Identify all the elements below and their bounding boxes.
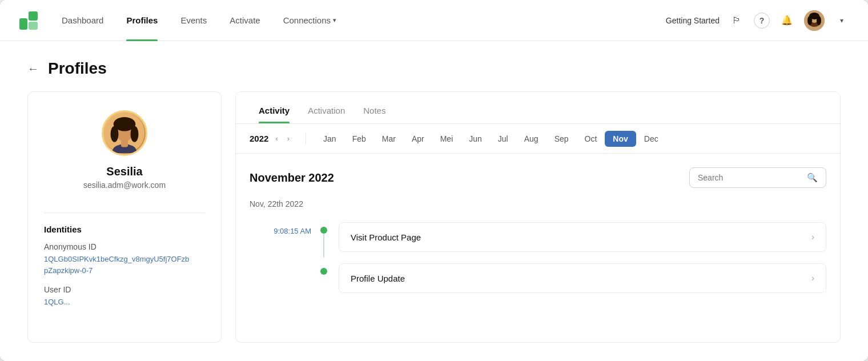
timeline-card-chevron-1: ›: [811, 232, 814, 242]
svg-rect-18: [121, 140, 128, 147]
profile-avatar: [102, 110, 147, 156]
timeline-dot-2: [320, 268, 327, 275]
timeline-item: 9:08:15 AM Visit Product Page ›: [250, 216, 826, 258]
svg-point-16: [115, 119, 135, 131]
nav-item-activate[interactable]: Activate: [220, 0, 269, 41]
connections-chevron-icon: ▾: [333, 17, 336, 24]
month-mei[interactable]: Mei: [432, 131, 461, 147]
month-jan[interactable]: Jan: [315, 131, 344, 147]
flag-icon[interactable]: 🏳: [729, 13, 745, 29]
timeline-dot-1: [320, 227, 327, 234]
activity-area: November 2022 🔍 Nov, 22th 2022 9:08:15 A…: [236, 154, 840, 342]
svg-rect-1: [29, 11, 38, 21]
timeline-item-2: Profile Update ›: [250, 258, 826, 299]
year-next-icon[interactable]: ›: [285, 133, 292, 144]
bell-icon[interactable]: 🔔: [779, 13, 795, 29]
profile-avatar-area: Sesilia sesilia.adm@work.com: [44, 110, 205, 190]
user-id-label: User ID: [44, 285, 205, 294]
month-dec[interactable]: Dec: [636, 131, 666, 147]
nav-item-events[interactable]: Events: [171, 0, 216, 41]
activity-header-row: November 2022 🔍: [250, 167, 826, 188]
tab-notes[interactable]: Notes: [354, 106, 395, 123]
months-list: Jan Feb Mar Apr Mei Jun Jul Aug Sep Oct …: [306, 131, 840, 147]
anonymous-id-label: Anonymous ID: [44, 242, 205, 251]
tabs-bar: Activity Activation Notes: [236, 92, 840, 124]
search-input[interactable]: [698, 173, 807, 182]
timeline-right-1: Visit Product Page ›: [329, 216, 826, 258]
activity-month-title: November 2022: [250, 171, 334, 184]
svg-point-10: [809, 13, 819, 19]
avatar[interactable]: [804, 10, 825, 31]
month-sep[interactable]: Sep: [546, 131, 577, 147]
help-icon[interactable]: ?: [754, 13, 770, 29]
month-mar[interactable]: Mar: [374, 131, 404, 147]
month-jun[interactable]: Jun: [461, 131, 490, 147]
month-apr[interactable]: Apr: [404, 131, 432, 147]
tab-activity[interactable]: Activity: [250, 106, 299, 123]
year-section: 2022 ‹ ›: [236, 133, 306, 144]
user-menu-chevron-icon[interactable]: ▾: [834, 13, 850, 29]
year-label: 2022: [250, 134, 268, 143]
month-oct[interactable]: Oct: [577, 131, 605, 147]
identities-label: Identities: [44, 224, 205, 234]
profile-name: Sesilia: [106, 165, 142, 178]
timeline-right-2: Profile Update ›: [329, 258, 826, 299]
timeline-card-title-1: Visit Product Page: [351, 232, 421, 242]
svg-rect-2: [29, 22, 38, 30]
main-content: ← Profiles: [0, 41, 868, 361]
year-prev-icon[interactable]: ‹: [273, 133, 280, 144]
month-aug[interactable]: Aug: [516, 131, 546, 147]
nav-items: Dashboard Profiles Events Activate Conne…: [53, 0, 666, 41]
month-feb[interactable]: Feb: [344, 131, 374, 147]
nav-item-dashboard[interactable]: Dashboard: [53, 0, 112, 41]
search-icon: 🔍: [807, 173, 818, 183]
anonymous-id-value: 1QLGb0SIPKvk1beCfkzg_v8mgyU5fj7OFzbpZapz…: [44, 254, 205, 276]
timeline-card-2[interactable]: Profile Update ›: [339, 263, 826, 293]
identities-section: Identities Anonymous ID 1QLGb0SIPKvk1beC…: [44, 224, 205, 317]
timeline-time-1: 9:08:15 AM: [274, 227, 311, 235]
timeline-left-2: [250, 258, 318, 299]
user-id-value: 1QLG...: [44, 296, 205, 308]
month-nov[interactable]: Nov: [605, 131, 636, 147]
logo[interactable]: [18, 10, 39, 31]
nav-item-connections[interactable]: Connections ▾: [274, 0, 345, 41]
timeline-line-1: [323, 234, 324, 258]
nav-item-profiles[interactable]: Profiles: [117, 0, 167, 41]
back-button[interactable]: ←: [27, 63, 39, 74]
navbar: Dashboard Profiles Events Activate Conne…: [0, 0, 868, 41]
content-row: Sesilia sesilia.adm@work.com Identities …: [27, 91, 841, 343]
left-panel: Sesilia sesilia.adm@work.com Identities …: [27, 91, 222, 343]
tab-activation[interactable]: Activation: [299, 106, 354, 123]
timeline-center-1: [318, 216, 329, 258]
timeline-card-chevron-2: ›: [811, 273, 814, 283]
getting-started-link[interactable]: Getting Started: [666, 16, 720, 25]
nav-right: Getting Started 🏳 ? 🔔 ▾: [666, 10, 850, 31]
search-box: 🔍: [689, 167, 826, 188]
svg-rect-0: [19, 18, 27, 30]
timeline-card-1[interactable]: Visit Product Page ›: [339, 222, 826, 252]
timeline-center-2: [318, 258, 329, 299]
profile-email: sesilia.adm@work.com: [83, 181, 166, 190]
profile-divider: [44, 212, 205, 213]
timeline: 9:08:15 AM Visit Product Page ›: [250, 216, 826, 299]
page-header: ← Profiles: [27, 59, 841, 78]
month-jul[interactable]: Jul: [490, 131, 516, 147]
timeline-left-1: 9:08:15 AM: [250, 216, 318, 258]
page-title: Profiles: [48, 59, 107, 78]
timeline-card-title-2: Profile Update: [351, 274, 405, 283]
month-nav: 2022 ‹ › Jan Feb Mar Apr Mei Jun Jul Aug…: [236, 124, 840, 154]
date-group-label: Nov, 22th 2022: [250, 199, 826, 208]
right-panel: Activity Activation Notes 2022 ‹ › Jan F…: [235, 91, 841, 343]
